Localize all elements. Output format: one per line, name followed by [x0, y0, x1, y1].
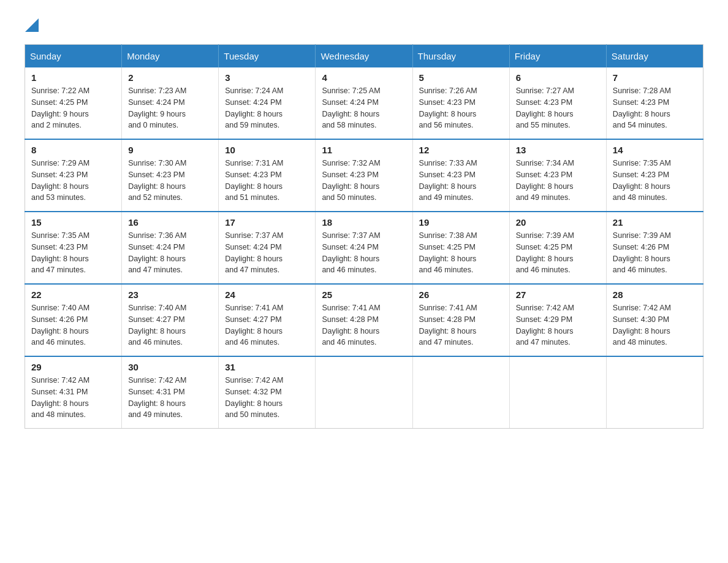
day-info: Sunrise: 7:30 AMSunset: 4:23 PMDaylight:… — [128, 158, 212, 204]
calendar-week-row: 29 Sunrise: 7:42 AMSunset: 4:31 PMDaylig… — [25, 356, 703, 429]
day-info: Sunrise: 7:42 AMSunset: 4:31 PMDaylight:… — [31, 375, 115, 421]
calendar-cell: 31 Sunrise: 7:42 AMSunset: 4:32 PMDaylig… — [219, 356, 316, 429]
calendar-week-row: 15 Sunrise: 7:35 AMSunset: 4:23 PMDaylig… — [25, 212, 703, 284]
day-info: Sunrise: 7:29 AMSunset: 4:23 PMDaylight:… — [31, 158, 115, 204]
day-number: 24 — [225, 289, 309, 300]
day-number: 21 — [613, 217, 697, 228]
day-number: 2 — [128, 72, 212, 83]
calendar-cell: 8 Sunrise: 7:29 AMSunset: 4:23 PMDayligh… — [25, 139, 122, 212]
day-number: 29 — [31, 362, 115, 372]
day-info: Sunrise: 7:42 AMSunset: 4:32 PMDaylight:… — [225, 375, 309, 421]
day-info: Sunrise: 7:31 AMSunset: 4:23 PMDaylight:… — [225, 158, 309, 204]
day-info: Sunrise: 7:35 AMSunset: 4:23 PMDaylight:… — [31, 230, 115, 276]
day-info: Sunrise: 7:26 AMSunset: 4:23 PMDaylight:… — [419, 85, 503, 131]
calendar-cell: 9 Sunrise: 7:30 AMSunset: 4:23 PMDayligh… — [122, 139, 219, 212]
calendar-cell: 12 Sunrise: 7:33 AMSunset: 4:23 PMDaylig… — [412, 139, 509, 212]
day-number: 27 — [516, 289, 600, 300]
calendar-cell: 17 Sunrise: 7:37 AMSunset: 4:24 PMDaylig… — [219, 212, 316, 284]
calendar-cell: 24 Sunrise: 7:41 AMSunset: 4:27 PMDaylig… — [219, 284, 316, 356]
day-number: 20 — [516, 217, 600, 228]
day-info: Sunrise: 7:23 AMSunset: 4:24 PMDaylight:… — [128, 85, 212, 131]
day-info: Sunrise: 7:28 AMSunset: 4:23 PMDaylight:… — [613, 85, 697, 131]
calendar-cell: 22 Sunrise: 7:40 AMSunset: 4:26 PMDaylig… — [25, 284, 122, 356]
calendar-cell: 27 Sunrise: 7:42 AMSunset: 4:29 PMDaylig… — [509, 284, 606, 356]
page-header — [25, 18, 703, 32]
day-number: 6 — [516, 72, 600, 83]
calendar-cell — [316, 356, 412, 429]
calendar-header-row: SundayMondayTuesdayWednesdayThursdayFrid… — [25, 45, 703, 68]
calendar-cell: 20 Sunrise: 7:39 AMSunset: 4:25 PMDaylig… — [509, 212, 606, 284]
day-number: 23 — [128, 289, 212, 300]
calendar-cell: 3 Sunrise: 7:24 AMSunset: 4:24 PMDayligh… — [219, 67, 316, 139]
day-info: Sunrise: 7:38 AMSunset: 4:25 PMDaylight:… — [419, 230, 503, 276]
day-number: 5 — [419, 72, 503, 83]
day-info: Sunrise: 7:41 AMSunset: 4:28 PMDaylight:… — [419, 302, 503, 348]
calendar-cell: 2 Sunrise: 7:23 AMSunset: 4:24 PMDayligh… — [122, 67, 219, 139]
calendar-cell: 7 Sunrise: 7:28 AMSunset: 4:23 PMDayligh… — [606, 67, 703, 139]
day-info: Sunrise: 7:24 AMSunset: 4:24 PMDaylight:… — [225, 85, 309, 131]
calendar-cell: 10 Sunrise: 7:31 AMSunset: 4:23 PMDaylig… — [219, 139, 316, 212]
calendar-table: SundayMondayTuesdayWednesdayThursdayFrid… — [25, 44, 703, 429]
day-number: 7 — [613, 72, 697, 83]
calendar-week-row: 8 Sunrise: 7:29 AMSunset: 4:23 PMDayligh… — [25, 139, 703, 212]
logo — [25, 18, 39, 32]
day-info: Sunrise: 7:39 AMSunset: 4:26 PMDaylight:… — [613, 230, 697, 276]
day-info: Sunrise: 7:35 AMSunset: 4:23 PMDaylight:… — [613, 158, 697, 204]
day-number: 10 — [225, 145, 309, 155]
calendar-cell: 13 Sunrise: 7:34 AMSunset: 4:23 PMDaylig… — [509, 139, 606, 212]
header-monday: Monday — [122, 45, 219, 68]
day-number: 22 — [31, 289, 115, 300]
day-info: Sunrise: 7:42 AMSunset: 4:29 PMDaylight:… — [516, 302, 600, 348]
day-info: Sunrise: 7:41 AMSunset: 4:28 PMDaylight:… — [322, 302, 406, 348]
day-number: 1 — [31, 72, 115, 83]
day-number: 26 — [419, 289, 503, 300]
calendar-cell — [509, 356, 606, 429]
calendar-cell — [606, 356, 703, 429]
day-info: Sunrise: 7:42 AMSunset: 4:31 PMDaylight:… — [128, 375, 212, 421]
header-tuesday: Tuesday — [219, 45, 316, 68]
day-info: Sunrise: 7:42 AMSunset: 4:30 PMDaylight:… — [613, 302, 697, 348]
calendar-cell: 21 Sunrise: 7:39 AMSunset: 4:26 PMDaylig… — [606, 212, 703, 284]
day-info: Sunrise: 7:41 AMSunset: 4:27 PMDaylight:… — [225, 302, 309, 348]
calendar-cell: 19 Sunrise: 7:38 AMSunset: 4:25 PMDaylig… — [412, 212, 509, 284]
calendar-cell: 28 Sunrise: 7:42 AMSunset: 4:30 PMDaylig… — [606, 284, 703, 356]
calendar-cell: 5 Sunrise: 7:26 AMSunset: 4:23 PMDayligh… — [412, 67, 509, 139]
day-number: 12 — [419, 145, 503, 155]
logo-triangle-icon — [25, 18, 39, 32]
day-number: 17 — [225, 217, 309, 228]
day-number: 30 — [128, 362, 212, 372]
calendar-cell: 25 Sunrise: 7:41 AMSunset: 4:28 PMDaylig… — [316, 284, 412, 356]
calendar-cell: 23 Sunrise: 7:40 AMSunset: 4:27 PMDaylig… — [122, 284, 219, 356]
calendar-cell: 14 Sunrise: 7:35 AMSunset: 4:23 PMDaylig… — [606, 139, 703, 212]
day-info: Sunrise: 7:27 AMSunset: 4:23 PMDaylight:… — [516, 85, 600, 131]
day-number: 19 — [419, 217, 503, 228]
header-friday: Friday — [509, 45, 606, 68]
day-info: Sunrise: 7:36 AMSunset: 4:24 PMDaylight:… — [128, 230, 212, 276]
calendar-cell: 15 Sunrise: 7:35 AMSunset: 4:23 PMDaylig… — [25, 212, 122, 284]
calendar-cell: 29 Sunrise: 7:42 AMSunset: 4:31 PMDaylig… — [25, 356, 122, 429]
day-number: 16 — [128, 217, 212, 228]
day-number: 25 — [322, 289, 406, 300]
calendar-cell — [412, 356, 509, 429]
day-info: Sunrise: 7:34 AMSunset: 4:23 PMDaylight:… — [516, 158, 600, 204]
day-info: Sunrise: 7:33 AMSunset: 4:23 PMDaylight:… — [419, 158, 503, 204]
header-thursday: Thursday — [412, 45, 509, 68]
day-number: 4 — [322, 72, 406, 83]
day-info: Sunrise: 7:37 AMSunset: 4:24 PMDaylight:… — [225, 230, 309, 276]
calendar-week-row: 22 Sunrise: 7:40 AMSunset: 4:26 PMDaylig… — [25, 284, 703, 356]
day-number: 11 — [322, 145, 406, 155]
calendar-cell: 30 Sunrise: 7:42 AMSunset: 4:31 PMDaylig… — [122, 356, 219, 429]
calendar-cell: 4 Sunrise: 7:25 AMSunset: 4:24 PMDayligh… — [316, 67, 412, 139]
day-info: Sunrise: 7:37 AMSunset: 4:24 PMDaylight:… — [322, 230, 406, 276]
day-info: Sunrise: 7:40 AMSunset: 4:26 PMDaylight:… — [31, 302, 115, 348]
day-number: 18 — [322, 217, 406, 228]
day-number: 13 — [516, 145, 600, 155]
day-number: 28 — [613, 289, 697, 300]
day-number: 8 — [31, 145, 115, 155]
calendar-cell: 1 Sunrise: 7:22 AMSunset: 4:25 PMDayligh… — [25, 67, 122, 139]
day-number: 9 — [128, 145, 212, 155]
header-wednesday: Wednesday — [316, 45, 412, 68]
day-number: 14 — [613, 145, 697, 155]
day-number: 31 — [225, 362, 309, 372]
day-info: Sunrise: 7:39 AMSunset: 4:25 PMDaylight:… — [516, 230, 600, 276]
